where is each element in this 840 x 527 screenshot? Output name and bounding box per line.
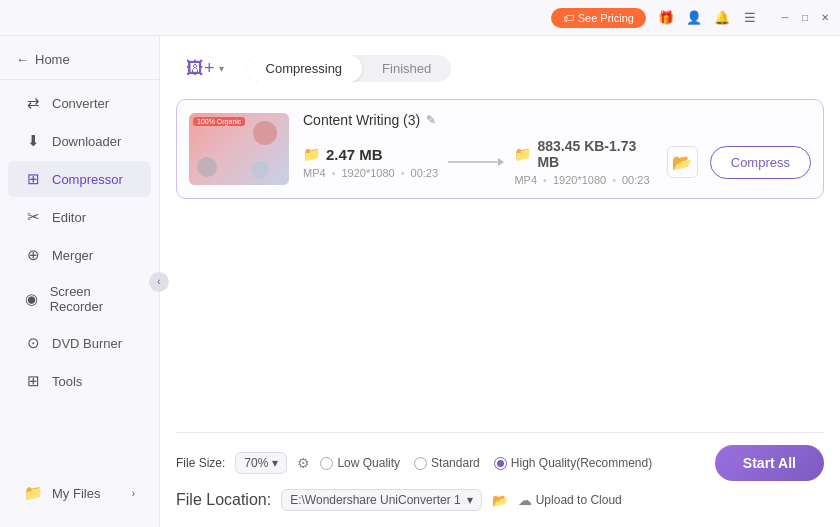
file-location-input[interactable]: E:\Wondershare UniConverter 1 ▾ xyxy=(281,489,482,511)
tab-switcher: Compressing Finished xyxy=(246,55,452,82)
folder-output-icon: 📂 xyxy=(672,153,692,172)
editor-icon: ✂ xyxy=(24,208,42,226)
bottom-row-quality: File Size: 70% ▾ ⚙ Low Quality Standard xyxy=(176,445,824,481)
tools-icon: ⊞ xyxy=(24,372,42,390)
bell-icon[interactable]: 🔔 xyxy=(714,10,730,26)
dropdown-arrow-icon: ▾ xyxy=(272,456,278,470)
minimize-button[interactable]: ─ xyxy=(778,11,792,25)
sidebar: ← Home ⇄ Converter ⬇ Downloader ⊞ Compre… xyxy=(0,36,160,527)
file-thumbnail: 100% Organic xyxy=(189,113,289,185)
compress-row: 📁 2.47 MB MP4 • 1920*1080 • 00:23 xyxy=(303,138,811,186)
output-size-block: 📁 883.45 KB-1.73 MB MP4 • 1920*1080 • 00… xyxy=(514,138,655,186)
sidebar-divider xyxy=(0,79,159,80)
menu-icon[interactable]: ☰ xyxy=(742,10,758,26)
add-files-button[interactable]: 🖼+ ▾ xyxy=(176,52,234,85)
add-btn-chevron: ▾ xyxy=(219,63,224,74)
my-files-icon: 📁 xyxy=(24,484,42,502)
sidebar-item-compressor[interactable]: ⊞ Compressor xyxy=(8,161,151,197)
bottom-bar: File Size: 70% ▾ ⚙ Low Quality Standard xyxy=(176,432,824,511)
radio-dot-high xyxy=(497,460,504,467)
see-pricing-button[interactable]: 🏷 See Pricing xyxy=(551,8,646,28)
source-duration: 00:23 xyxy=(411,167,439,179)
edit-title-icon[interactable]: ✎ xyxy=(426,113,436,127)
file-card: 100% Organic Content Writing (3) ✎ 📁 xyxy=(176,99,824,199)
compress-button[interactable]: Compress xyxy=(710,146,811,179)
source-size: 📁 2.47 MB xyxy=(303,146,438,163)
start-all-button[interactable]: Start All xyxy=(715,445,824,481)
add-icon: 🖼+ xyxy=(186,58,215,79)
restore-button[interactable]: □ xyxy=(798,11,812,25)
back-icon: ← xyxy=(16,52,29,67)
file-size-select[interactable]: 70% ▾ xyxy=(235,452,287,474)
output-format: MP4 xyxy=(514,174,537,186)
chevron-right-icon: › xyxy=(132,488,135,499)
output-resolution: 1920*1080 xyxy=(553,174,606,186)
sidebar-item-dvd-burner[interactable]: ⊙ DVD Burner xyxy=(8,325,151,361)
radio-standard[interactable] xyxy=(414,457,427,470)
open-output-folder-button[interactable]: 📂 xyxy=(667,146,698,178)
quality-option-high[interactable]: High Quality(Recommend) xyxy=(494,456,652,470)
folder-icon: 📁 xyxy=(303,146,320,162)
svg-marker-1 xyxy=(498,158,504,166)
close-button[interactable]: ✕ xyxy=(818,11,832,25)
source-meta: MP4 • 1920*1080 • 00:23 xyxy=(303,167,438,179)
tab-finished[interactable]: Finished xyxy=(362,55,451,82)
location-dropdown-icon: ▾ xyxy=(467,493,473,507)
converter-icon: ⇄ xyxy=(24,94,42,112)
file-info: Content Writing (3) ✎ 📁 2.47 MB MP4 • 1 xyxy=(303,112,811,186)
source-size-block: 📁 2.47 MB MP4 • 1920*1080 • 00:23 xyxy=(303,146,438,179)
file-title: Content Writing (3) ✎ xyxy=(303,112,811,128)
downloader-icon: ⬇ xyxy=(24,132,42,150)
app-body: ← Home ⇄ Converter ⬇ Downloader ⊞ Compre… xyxy=(0,36,840,527)
cloud-icon: ☁ xyxy=(518,492,532,508)
thumbnail-label: 100% Organic xyxy=(193,117,245,126)
sidebar-collapse-button[interactable]: ‹ xyxy=(149,272,169,292)
compressor-icon: ⊞ xyxy=(24,170,42,188)
sidebar-back-home[interactable]: ← Home xyxy=(0,44,159,75)
output-size: 📁 883.45 KB-1.73 MB xyxy=(514,138,655,170)
quality-option-low[interactable]: Low Quality xyxy=(320,456,400,470)
upload-cloud-button[interactable]: ☁ Upload to Cloud xyxy=(518,492,622,508)
sidebar-footer: 📁 My Files › xyxy=(0,467,159,519)
settings-icon[interactable]: ⚙ xyxy=(297,455,310,471)
bottom-row-location: File Location: E:\Wondershare UniConvert… xyxy=(176,489,824,511)
gift-icon[interactable]: 🎁 xyxy=(658,10,674,26)
radio-low[interactable] xyxy=(320,457,333,470)
sidebar-item-tools[interactable]: ⊞ Tools xyxy=(8,363,151,399)
pricing-icon: 🏷 xyxy=(563,12,574,24)
sidebar-item-my-files[interactable]: 📁 My Files › xyxy=(8,475,151,511)
user-icon[interactable]: 👤 xyxy=(686,10,702,26)
sidebar-item-merger[interactable]: ⊕ Merger xyxy=(8,237,151,273)
output-meta: MP4 • 1920*1080 • 00:23 xyxy=(514,174,655,186)
main-content: 🖼+ ▾ Compressing Finished 100% Organic xyxy=(160,36,840,527)
output-folder-icon: 📁 xyxy=(514,146,531,162)
titlebar: 🏷 See Pricing 🎁 👤 🔔 ☰ ─ □ ✕ xyxy=(0,0,840,36)
thumbnail-image: 100% Organic xyxy=(189,113,289,185)
content-header: 🖼+ ▾ Compressing Finished xyxy=(176,52,824,85)
quality-option-standard[interactable]: Standard xyxy=(414,456,480,470)
content-spacer xyxy=(176,199,824,432)
browse-location-icon[interactable]: 📂 xyxy=(492,493,508,508)
file-location-label: File Location: xyxy=(176,491,271,509)
arrow-divider xyxy=(438,152,514,172)
merger-icon: ⊕ xyxy=(24,246,42,264)
source-resolution: 1920*1080 xyxy=(341,167,394,179)
screen-recorder-icon: ◉ xyxy=(24,290,40,308)
source-format: MP4 xyxy=(303,167,326,179)
quality-options: Low Quality Standard High Quality(Recomm… xyxy=(320,456,652,470)
sidebar-item-screen-recorder[interactable]: ◉ Screen Recorder xyxy=(8,275,151,323)
sidebar-item-editor[interactable]: ✂ Editor xyxy=(8,199,151,235)
sidebar-item-downloader[interactable]: ⬇ Downloader xyxy=(8,123,151,159)
tab-compressing[interactable]: Compressing xyxy=(246,55,363,82)
file-size-label: File Size: xyxy=(176,456,225,470)
dvd-burner-icon: ⊙ xyxy=(24,334,42,352)
radio-high[interactable] xyxy=(494,457,507,470)
sidebar-item-converter[interactable]: ⇄ Converter xyxy=(8,85,151,121)
output-duration: 00:23 xyxy=(622,174,650,186)
